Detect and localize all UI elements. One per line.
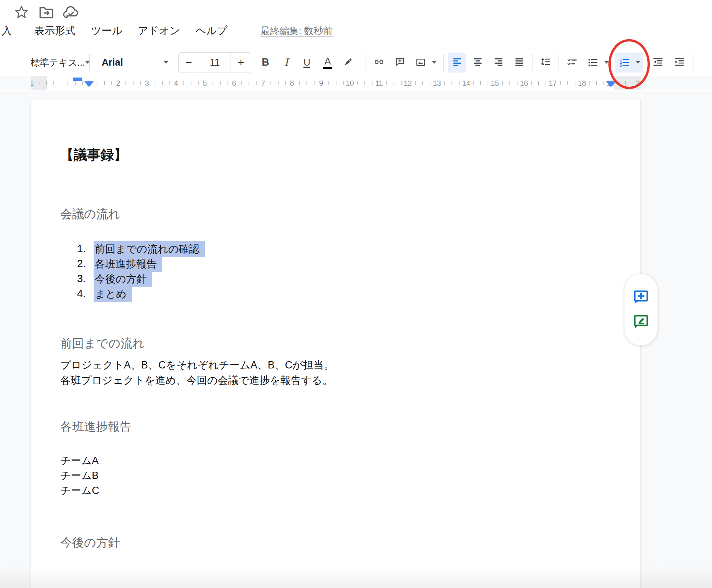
- align-left-icon: [452, 56, 462, 68]
- list-item[interactable]: 2. 各班進捗報告: [77, 256, 205, 271]
- document-page[interactable]: 【議事録】 会議の流れ 1. 前回までの流れの確認 2. 各班進捗報告 3. 今…: [31, 99, 641, 588]
- highlight-color-button[interactable]: [340, 53, 357, 73]
- ruler-label: 5: [203, 76, 207, 90]
- align-left-button[interactable]: [448, 53, 466, 73]
- ruler-label: 13: [433, 76, 441, 90]
- horizontal-ruler: 11234567891011121314151617181920: [0, 76, 712, 90]
- body-paragraph[interactable]: プロジェクトA、B、CをそれぞれチームA、B、Cが担当。 各班プロジェクトを進め…: [60, 357, 334, 388]
- bold-button[interactable]: B: [257, 53, 274, 73]
- heading-future-policy[interactable]: 今後の方針: [60, 534, 120, 552]
- menu-bar: 入 表示形式 ツール アドオン ヘルプ 最終編集: 数秒前: [0, 23, 712, 48]
- star-icon[interactable]: [14, 5, 29, 20]
- toolbar-divider: [443, 54, 444, 71]
- align-center-button[interactable]: [469, 53, 486, 73]
- move-folder-icon[interactable]: [38, 5, 54, 20]
- font-family-value: Arial: [102, 57, 123, 68]
- underline-button[interactable]: U: [298, 53, 316, 73]
- list-number: 3.: [77, 273, 95, 285]
- toolbar-divider: [694, 54, 694, 71]
- numbered-list-icon: 1 2 3: [615, 53, 633, 73]
- menu-item-help[interactable]: ヘルプ: [196, 23, 227, 38]
- suggest-edits-floating-button[interactable]: [632, 313, 650, 331]
- left-indent-marker[interactable]: [73, 78, 82, 81]
- heading-progress-report[interactable]: 各班進捗報告: [60, 418, 132, 436]
- increase-font-size-button[interactable]: +: [231, 53, 251, 73]
- ruler-label: 6: [232, 76, 236, 90]
- list-number: 4.: [77, 288, 95, 300]
- menu-item-addons[interactable]: アドオン: [138, 23, 180, 38]
- font-size-value[interactable]: 11: [199, 53, 231, 73]
- menu-item-insert-partial[interactable]: 入: [2, 23, 12, 38]
- bold-icon: B: [262, 56, 269, 68]
- indent-increase-icon: [674, 56, 685, 69]
- comment-add-icon: [395, 56, 405, 68]
- ruler-track: 11234567891011121314151617181920: [31, 76, 641, 90]
- right-indent-marker[interactable]: [606, 81, 615, 87]
- team-line: チームC: [60, 483, 99, 498]
- italic-button[interactable]: I: [277, 53, 295, 73]
- numbered-list-button[interactable]: 1 2 3: [615, 53, 643, 73]
- selected-text: 前回までの流れの確認: [94, 241, 205, 257]
- checklist-icon: [567, 56, 577, 69]
- toolbar-divider: [532, 54, 532, 71]
- insert-image-button[interactable]: [412, 53, 439, 73]
- align-justify-button[interactable]: [510, 53, 528, 73]
- list-number: 1.: [77, 243, 95, 255]
- ruler-label: 11: [375, 76, 383, 90]
- text-color-icon: A: [323, 56, 332, 69]
- ruler-label: 17: [549, 76, 557, 90]
- menu-item-tools[interactable]: ツール: [91, 23, 122, 38]
- chevron-down-icon: [633, 61, 643, 64]
- bulleted-list-icon: [584, 53, 602, 73]
- ruler-label: 9: [319, 76, 323, 90]
- numbered-list: 1. 前回までの流れの確認 2. 各班進捗報告 3. 今後の方針 4. まとめ: [77, 241, 205, 301]
- insert-link-button[interactable]: [370, 53, 388, 73]
- heading-previous-flow[interactable]: 前回までの流れ: [60, 335, 145, 352]
- team-line: チームA: [60, 453, 99, 468]
- font-size-control: − 11 +: [178, 52, 251, 73]
- ruler-label: 15: [491, 76, 499, 90]
- ruler-label: 20: [636, 76, 641, 90]
- paragraph-style-dropdown[interactable]: 標準テキス...: [28, 53, 85, 73]
- decrease-font-size-button[interactable]: −: [179, 53, 199, 73]
- chevron-down-icon: [602, 61, 611, 64]
- heading-meeting-flow[interactable]: 会議の流れ: [60, 205, 120, 223]
- add-comment-button[interactable]: [391, 53, 409, 73]
- toolbar-divider: [559, 54, 559, 71]
- selected-text: 今後の方針: [94, 271, 152, 287]
- list-item[interactable]: 4. まとめ: [77, 286, 205, 301]
- ruler-label: 16: [520, 76, 528, 90]
- quick-action-bar: [0, 0, 712, 23]
- align-right-button[interactable]: [490, 53, 507, 73]
- ruler-label: 4: [174, 76, 178, 90]
- menu-item-format[interactable]: 表示形式: [34, 23, 76, 38]
- first-line-indent-marker[interactable]: [84, 81, 94, 87]
- document-title-text[interactable]: 【議事録】: [60, 145, 127, 165]
- chevron-down-icon: [429, 61, 439, 64]
- body-line: プロジェクトA、B、CをそれぞれチームA、B、Cが担当。: [60, 357, 334, 373]
- text-color-button[interactable]: A: [319, 53, 336, 73]
- indent-increase-button[interactable]: [671, 53, 688, 73]
- highlighter-icon: [343, 57, 353, 68]
- ruler-label: 18: [578, 76, 586, 90]
- team-list[interactable]: チームA チームB チームC: [60, 453, 99, 498]
- line-spacing-button[interactable]: [537, 53, 554, 73]
- list-item[interactable]: 3. 今後の方針: [77, 271, 205, 286]
- checklist-button[interactable]: [563, 53, 581, 73]
- last-edit-link[interactable]: 最終編集: 数秒前: [260, 23, 333, 38]
- cloud-saved-icon[interactable]: [62, 5, 80, 20]
- line-spacing-icon: [540, 56, 551, 69]
- list-item[interactable]: 1. 前回までの流れの確認: [77, 241, 205, 256]
- bulleted-list-button[interactable]: [584, 53, 611, 73]
- floating-action-pill: [625, 274, 658, 345]
- chevron-down-icon: [85, 61, 90, 64]
- image-icon: [412, 53, 429, 73]
- italic-icon: I: [284, 56, 288, 68]
- indent-decrease-button[interactable]: [649, 53, 667, 73]
- add-comment-floating-button[interactable]: [632, 289, 650, 306]
- toolbar-divider: [366, 54, 366, 71]
- font-family-dropdown[interactable]: Arial: [98, 53, 173, 73]
- indent-decrease-icon: [653, 56, 663, 69]
- align-justify-icon: [514, 56, 524, 68]
- list-number: 2.: [77, 258, 95, 270]
